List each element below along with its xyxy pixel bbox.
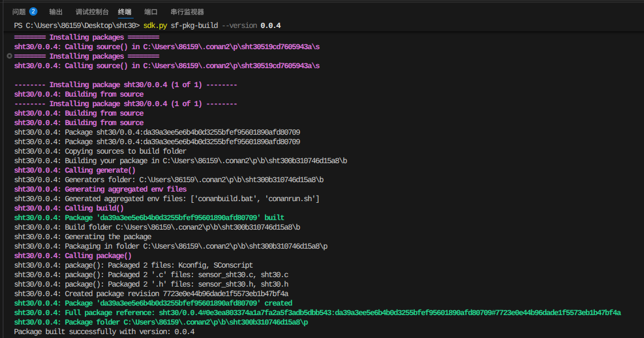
svg-text:sht30/0.0.4: Building from sou: sht30/0.0.4: Building from source [14,91,144,99]
svg-text:sht30/0.0.4: Created package r: sht30/0.0.4: Created package revision 77… [14,290,288,299]
svg-text:sht30/0.0.4: Calling generate(: sht30/0.0.4: Calling generate() [14,166,136,175]
svg-text:sht30/0.0.4: package(): Packag: sht30/0.0.4: package(): Packaged 2 '.h' … [14,280,288,289]
svg-text:sht30/0.0.4: Package 'da39a3ee: sht30/0.0.4: Package 'da39a3ee5e6b4b0d32… [14,299,292,308]
svg-text:sht30/0.0.4: package(): Packag: sht30/0.0.4: package(): Packaged 2 '.c' … [14,271,288,280]
svg-text:Package built successfully wit: Package built successfully with version:… [14,328,195,337]
svg-text:sht30/0.0.4: Generators folder: sht30/0.0.4: Generators folder: C:\Users… [14,176,324,185]
svg-text:sht30/0.0.4: Generating aggreg: sht30/0.0.4: Generating aggregated env f… [14,185,187,194]
svg-text:sht30/0.0.4: Generating the pa: sht30/0.0.4: Generating the package [14,233,151,242]
svg-text:sht30/0.0.4: Packaging in fold: sht30/0.0.4: Packaging in folder C:\User… [14,242,328,251]
svg-text:======== Installing packages =: ======== Installing packages ======== [14,53,159,61]
svg-text:sht30/0.0.4: Package sht30/0.0: sht30/0.0.4: Package sht30/0.0.4:da39a3e… [14,128,300,137]
svg-text:PS C:\Users\86159\Desktop\sht3: PS C:\Users\86159\Desktop\sht30> [14,22,144,31]
svg-text:sdk.py: sdk.py [143,22,167,31]
svg-text:--version: --version [221,22,257,31]
svg-text:sht30/0.0.4: Full package refe: sht30/0.0.4: Full package reference: sht… [14,309,622,318]
svg-text:sf-pkg-build: sf-pkg-build [171,22,218,31]
svg-text:sht30/0.0.4: Package sht30/0.0: sht30/0.0.4: Package sht30/0.0.4:da39a3e… [14,138,300,147]
svg-text:======== Installing packages =: ======== Installing packages ======== [14,34,159,42]
svg-text:sht30/0.0.4: Copying sources t: sht30/0.0.4: Copying sources to build fo… [14,147,187,156]
svg-text:sht30/0.0.4: Calling source(): sht30/0.0.4: Calling source() in C:\User… [14,62,320,71]
svg-text:sht30/0.0.4: Calling source(): sht30/0.0.4: Calling source() in C:\User… [14,43,320,52]
svg-text:sht30/0.0.4: Package 'da39a3ee: sht30/0.0.4: Package 'da39a3ee5e6b4b0d32… [14,214,285,223]
svg-text:-------- Installing package sh: -------- Installing package sht30/0.0.4 … [14,100,238,109]
svg-text:0.0.4: 0.0.4 [261,22,281,31]
svg-text:-------- Installing package sh: -------- Installing package sht30/0.0.4 … [14,81,238,90]
svg-text:sht30/0.0.4: Building your pac: sht30/0.0.4: Building your package in C:… [14,157,347,166]
svg-text:sht30/0.0.4: Building from sou: sht30/0.0.4: Building from source [14,110,144,118]
svg-text:sht30/0.0.4: Package folder C:: sht30/0.0.4: Package folder C:\Users\861… [14,318,308,327]
svg-text:sht30/0.0.4: Calling package(): sht30/0.0.4: Calling package() [14,252,132,261]
svg-text:sht30/0.0.4: Build folder C:\U: sht30/0.0.4: Build folder C:\Users\86159… [14,223,300,232]
svg-text:sht30/0.0.4: package(): Packag: sht30/0.0.4: package(): Packaged 2 files… [14,261,253,270]
svg-text:sht30/0.0.4: Building from sou: sht30/0.0.4: Building from source [14,119,144,128]
svg-text:sht30/0.0.4: Generated aggrega: sht30/0.0.4: Generated aggregated env fi… [14,195,320,204]
svg-text:sht30/0.0.4: Calling build(): sht30/0.0.4: Calling build() [14,204,124,213]
